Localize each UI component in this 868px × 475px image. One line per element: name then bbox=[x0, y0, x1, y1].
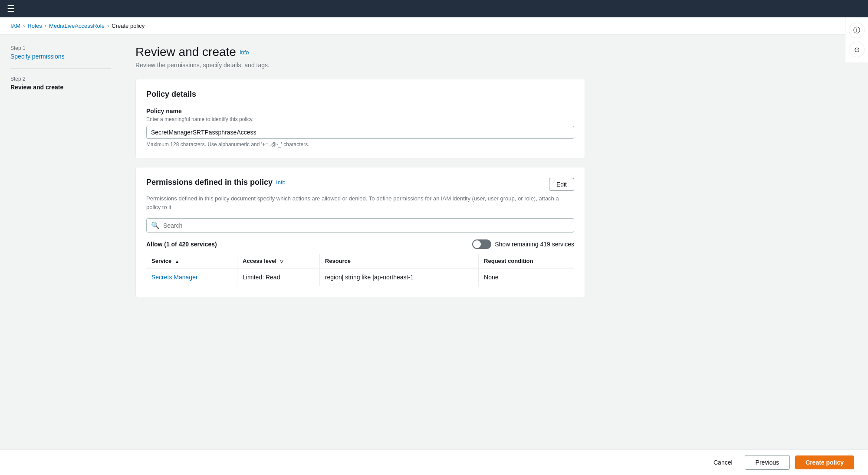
permissions-info-link[interactable]: Info bbox=[276, 179, 286, 186]
col-service-label: Service bbox=[151, 258, 171, 264]
access-sort-icon: ▽ bbox=[280, 259, 283, 264]
sidebar: Step 1 Specify permissions Step 2 Review… bbox=[0, 35, 122, 473]
page-title-text: Review and create bbox=[135, 45, 236, 59]
step1-label: Step 1 bbox=[10, 45, 111, 51]
footer-bar: Cancel Previous Create policy bbox=[0, 449, 868, 475]
policy-name-input[interactable] bbox=[146, 126, 574, 139]
right-icons: ⓘ ⊙ bbox=[845, 17, 868, 62]
permissions-title-row: Permissions defined in this policy Info bbox=[146, 178, 286, 187]
toggle-label: Show remaining 419 services bbox=[495, 241, 574, 248]
table-header-row: Service ▲ Access level ▽ Resource Reques… bbox=[146, 254, 574, 268]
step2-label: Step 2 bbox=[10, 76, 111, 82]
policy-name-note: Maximum 128 characters. Use alphanumeric… bbox=[146, 141, 574, 147]
menu-icon[interactable]: ☰ bbox=[7, 3, 15, 14]
create-policy-button[interactable]: Create policy bbox=[795, 455, 854, 469]
policy-name-hint: Enter a meaningful name to identify this… bbox=[146, 116, 574, 122]
edit-button[interactable]: Edit bbox=[549, 178, 574, 191]
breadcrumb-roles[interactable]: Roles bbox=[27, 23, 42, 29]
permissions-search-input[interactable] bbox=[163, 222, 569, 229]
breadcrumb: IAM › Roles › MediaLiveAccessRole › Crea… bbox=[0, 17, 868, 35]
breadcrumb-sep-1: › bbox=[23, 23, 25, 29]
col-request-condition: Request condition bbox=[479, 254, 574, 268]
col-resource-label: Resource bbox=[325, 258, 351, 264]
cancel-button[interactable]: Cancel bbox=[707, 455, 740, 469]
service-sort-icon: ▲ bbox=[175, 259, 179, 264]
cell-service: Secrets Manager bbox=[146, 268, 237, 286]
toggle-knob bbox=[473, 240, 481, 248]
cell-resource: region| string like |ap-northeast-1 bbox=[319, 268, 478, 286]
step1-title[interactable]: Specify permissions bbox=[10, 53, 65, 60]
col-resource: Resource bbox=[319, 254, 478, 268]
top-bar: ☰ bbox=[0, 0, 868, 17]
previous-button[interactable]: Previous bbox=[745, 455, 790, 470]
sidebar-divider bbox=[10, 69, 111, 69]
permissions-description: Permissions defined in this policy docum… bbox=[146, 194, 574, 211]
sidebar-step-1: Step 1 Specify permissions bbox=[10, 45, 111, 60]
help-icon[interactable]: ⓘ bbox=[849, 23, 865, 38]
policy-details-card: Policy details Policy name Enter a meani… bbox=[135, 79, 585, 158]
allow-label: Allow (1 of 420 services) bbox=[146, 241, 217, 248]
toggle-row: Show remaining 419 services bbox=[472, 239, 574, 249]
page-subtitle: Review the permissions, specify details,… bbox=[135, 62, 585, 69]
allow-row: Allow (1 of 420 services) Show remaining… bbox=[146, 239, 574, 249]
breadcrumb-role-name[interactable]: MediaLiveAccessRole bbox=[49, 23, 105, 29]
permissions-header: Permissions defined in this policy Info … bbox=[146, 178, 574, 191]
col-service[interactable]: Service ▲ bbox=[146, 254, 237, 268]
step2-title: Review and create bbox=[10, 84, 63, 91]
permissions-table: Service ▲ Access level ▽ Resource Reques… bbox=[146, 254, 574, 286]
breadcrumb-current: Create policy bbox=[112, 23, 145, 29]
breadcrumb-sep-3: › bbox=[107, 23, 109, 29]
policy-name-label: Policy name bbox=[146, 108, 574, 115]
col-access-label: Access level bbox=[243, 258, 276, 264]
search-icon: 🔍 bbox=[151, 221, 160, 229]
permissions-card: Permissions defined in this policy Info … bbox=[135, 167, 585, 297]
page-title-info-link[interactable]: Info bbox=[240, 49, 249, 56]
breadcrumb-iam[interactable]: IAM bbox=[10, 23, 20, 29]
cell-access-level: Limited: Read bbox=[237, 268, 320, 286]
page-title-row: Review and create Info bbox=[135, 45, 585, 59]
main-layout: Step 1 Specify permissions Step 2 Review… bbox=[0, 35, 868, 473]
col-access-level[interactable]: Access level ▽ bbox=[237, 254, 320, 268]
remaining-services-toggle[interactable] bbox=[472, 239, 491, 249]
content-area: Review and create Info Review the permis… bbox=[122, 35, 599, 473]
notifications-icon[interactable]: ⊙ bbox=[849, 42, 865, 57]
permissions-search-box[interactable]: 🔍 bbox=[146, 218, 574, 233]
policy-details-title: Policy details bbox=[146, 90, 574, 99]
sidebar-step-2: Step 2 Review and create bbox=[10, 76, 111, 91]
table-row: Secrets Manager Limited: Read region| st… bbox=[146, 268, 574, 286]
cell-request-condition: None bbox=[479, 268, 574, 286]
col-request-label: Request condition bbox=[484, 258, 533, 264]
secrets-manager-link[interactable]: Secrets Manager bbox=[151, 274, 198, 281]
breadcrumb-sep-2: › bbox=[45, 23, 46, 29]
permissions-title-text: Permissions defined in this policy bbox=[146, 178, 273, 187]
